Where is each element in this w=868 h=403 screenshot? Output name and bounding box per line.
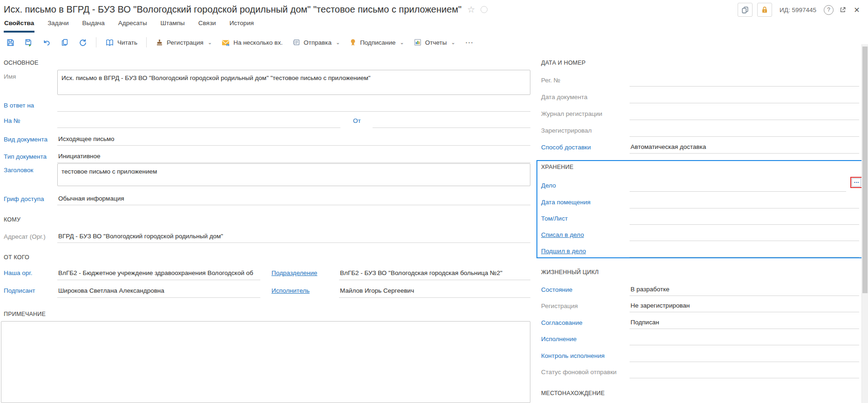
doc-date-field[interactable]	[630, 93, 859, 103]
doc-type-field[interactable]: Инициативное	[57, 152, 530, 163]
registered-by-field[interactable]	[630, 126, 859, 137]
reg-no-field[interactable]	[630, 76, 859, 87]
case-label[interactable]: Дело	[541, 181, 630, 189]
state-label[interactable]: Состояние	[541, 285, 630, 294]
volume-sheet-field[interactable]	[630, 214, 859, 225]
state-field[interactable]: В разработке	[630, 285, 859, 296]
reports-button[interactable]: Отчеты ⌄	[410, 36, 459, 48]
reg-journal-field[interactable]	[630, 109, 859, 120]
envelope-icon	[221, 38, 230, 47]
registered-by-label: Зарегистрировал	[541, 126, 630, 134]
tab-links[interactable]: Связи	[198, 17, 217, 33]
vertical-scrollbar[interactable]	[861, 44, 868, 403]
signatory-value: Широкова Светлана Александровна	[58, 287, 164, 294]
case-field[interactable]	[630, 181, 846, 192]
toolbar-separator	[96, 37, 96, 47]
written-off-link[interactable]: Списал в дело	[541, 230, 630, 239]
refresh-button[interactable]	[75, 36, 90, 49]
doc-type-label[interactable]: Тип документа	[4, 152, 57, 161]
tab-properties[interactable]: Свойства	[4, 17, 34, 33]
registration-state-field[interactable]: Не зарегистрирован	[630, 302, 859, 312]
executor-field[interactable]: Майлов Игорь Сергеевич	[339, 287, 530, 298]
read-button[interactable]: Читать	[102, 36, 141, 49]
subject-textarea[interactable]: тестовое письмо с приложением	[57, 163, 530, 186]
placement-date-field[interactable]	[630, 198, 859, 208]
signatory-label[interactable]: Подписант	[4, 287, 35, 294]
book-icon	[105, 38, 114, 47]
doc-kind-field[interactable]: Исходящее письмо	[57, 135, 530, 146]
stamp-icon	[156, 39, 163, 47]
executor-link[interactable]: Исполнитель	[271, 287, 310, 294]
undo-button[interactable]	[39, 36, 54, 49]
refresh-icon	[78, 38, 87, 47]
field-in-reply-to: В ответ на	[4, 101, 530, 112]
note-textarea[interactable]	[1, 321, 530, 403]
several-incoming-button[interactable]: На несколько вх.	[218, 36, 286, 49]
name-textarea[interactable]: Исх. письмо в ВГРД - БУЗ ВО "Вологодский…	[57, 70, 530, 95]
approval-value: Подписан	[631, 319, 659, 326]
from-date-field[interactable]	[373, 117, 530, 128]
more-actions-button[interactable]: ⋯	[461, 38, 477, 47]
registration-label: Регистрация	[167, 39, 203, 46]
save-icon	[6, 38, 15, 47]
tab-addressees[interactable]: Адресаты	[118, 17, 148, 33]
approval-field[interactable]: Подписан	[630, 318, 859, 329]
placement-date-label[interactable]: Дата помещения	[541, 198, 630, 206]
filed-link[interactable]: Подшил в дело	[541, 247, 630, 255]
exec-control-field[interactable]	[630, 351, 859, 362]
help-button[interactable]: ?	[824, 5, 834, 15]
on-number-field[interactable]	[57, 117, 340, 128]
field-label-name: Имя	[4, 73, 16, 80]
our-org-label[interactable]: Наша орг.	[4, 269, 32, 276]
copy-link-button[interactable]	[738, 3, 753, 17]
signing-label: Подписание	[360, 39, 395, 46]
tab-tasks[interactable]: Задачи	[47, 17, 69, 33]
subject-value: тестовое письмо с приложением	[61, 168, 157, 175]
approval-label[interactable]: Согласование	[541, 318, 630, 327]
tab-issue[interactable]: Выдача	[82, 17, 105, 33]
access-field[interactable]: Обычная информация	[57, 195, 530, 205]
exec-control-label[interactable]: Контроль исполнения	[541, 351, 630, 360]
signatory-field[interactable]: Широкова Светлана Александровна	[57, 287, 260, 298]
tab-stamps[interactable]: Штампы	[160, 17, 185, 33]
tab-history[interactable]: История	[229, 17, 254, 33]
written-off-field[interactable]	[630, 230, 859, 241]
close-button[interactable]: ✕	[852, 5, 861, 14]
department-link[interactable]: Подразделение	[271, 269, 317, 276]
doc-kind-label[interactable]: Вид документа	[4, 135, 57, 143]
save-button[interactable]	[3, 36, 18, 49]
lock-button[interactable]	[757, 3, 772, 17]
ellipsis-icon: …	[854, 179, 859, 183]
from-date-label[interactable]: От	[353, 117, 361, 124]
case-picker-button[interactable]: …	[852, 178, 861, 187]
bg-send-status-field[interactable]	[630, 368, 859, 378]
in-reply-to-field[interactable]	[57, 101, 530, 112]
reg-no-label: Рег. №	[541, 76, 630, 84]
favorite-star-icon[interactable]: ☆	[467, 5, 475, 14]
addressee-field[interactable]: ВГРД - БУЗ ВО "Вологодский городской род…	[57, 232, 530, 243]
subject-label[interactable]: Заголовок	[4, 167, 33, 174]
scrollbar-thumb[interactable]	[862, 47, 868, 293]
delivery-label[interactable]: Способ доставки	[541, 143, 630, 151]
section-to: КОМУ	[4, 216, 20, 223]
signing-button[interactable]: Подписание ⌄	[346, 36, 407, 48]
our-org-field[interactable]: ВлГБ2 - Бюджетное учреждение здравоохран…	[57, 269, 260, 280]
open-external-button[interactable]	[838, 5, 848, 14]
on-number-label[interactable]: На №	[4, 117, 20, 124]
access-label[interactable]: Гриф доступа	[4, 195, 57, 203]
volume-sheet-label[interactable]: Том/Лист	[541, 214, 630, 222]
department-field[interactable]: ВлГБ2 - БУЗ ВО "Вологодская городская бо…	[339, 269, 530, 280]
save-and-close-button[interactable]	[21, 36, 36, 49]
filed-field[interactable]	[630, 247, 859, 257]
copy-button[interactable]	[57, 36, 72, 48]
in-reply-to-label[interactable]: В ответ на	[4, 101, 57, 109]
department-value: ВлГБ2 - БУЗ ВО "Вологодская городская бо…	[340, 269, 502, 276]
registration-button[interactable]: Регистрация ⌄	[152, 37, 215, 48]
delivery-field[interactable]: Автоматическая доставка	[630, 143, 859, 154]
our-org-value: ВлГБ2 - Бюджетное учреждение здравоохран…	[58, 269, 253, 276]
execution-label[interactable]: Исполнение	[541, 335, 630, 343]
field-filed: Подшил в дело	[541, 247, 859, 257]
field-access: Гриф доступа Обычная информация	[4, 195, 530, 205]
sending-button[interactable]: Отправка ⌄	[289, 36, 343, 48]
execution-field[interactable]	[630, 335, 859, 345]
